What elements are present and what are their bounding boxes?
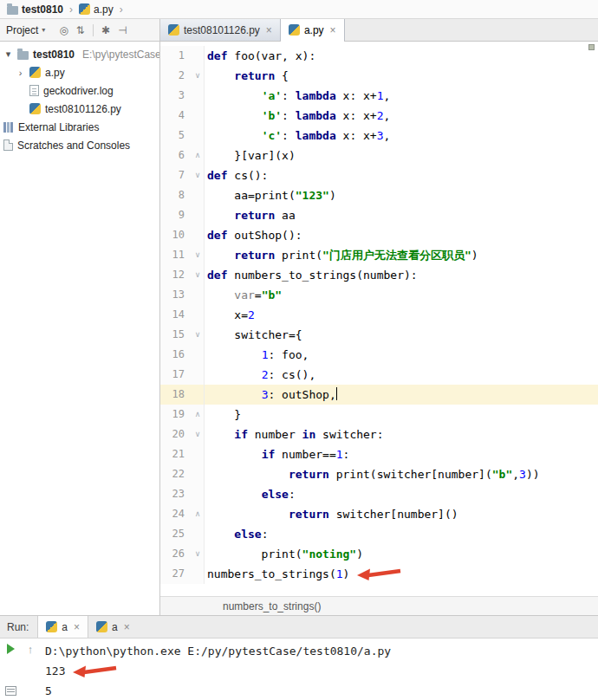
fold-marker-icon[interactable]: ∨	[192, 165, 205, 185]
line-number[interactable]: 6	[160, 146, 192, 165]
code-line: 23 else:	[160, 484, 598, 504]
line-number[interactable]: 1	[160, 46, 192, 66]
project-view-label: Project	[6, 24, 38, 36]
run-tabbar: a×a×	[37, 616, 137, 638]
line-number[interactable]: 7	[160, 165, 192, 185]
breadcrumb-item[interactable]: a.py	[77, 3, 115, 16]
line-number[interactable]: 24	[160, 504, 192, 524]
toolbar-row: Project▾ ◎⇅✱⊣ test08101126.py×a.py×	[0, 19, 598, 42]
locate-file-icon[interactable]: ◎	[59, 24, 68, 36]
tree-expanded-arrow-icon[interactable]: ▾	[3, 49, 13, 60]
line-number[interactable]: 19	[160, 405, 192, 425]
run-tool-window: Run: a×a× ↑ D:\python\python.exe E:/py/p…	[0, 615, 598, 700]
fold-marker-icon[interactable]: ∨	[192, 245, 205, 265]
tree-item-test08101126-py[interactable]: test08101126.py	[0, 100, 159, 118]
rerun-icon[interactable]	[7, 644, 15, 654]
close-tab-icon[interactable]: ×	[74, 621, 80, 633]
run-tab[interactable]: a×	[88, 616, 138, 638]
code-line: 11∨ return print("门店用户无法查看分区职员")	[160, 245, 598, 265]
settings-icon[interactable]: ✱	[101, 24, 110, 36]
code-text: switcher={	[205, 325, 598, 345]
hide-panel-icon[interactable]: ⊣	[118, 24, 127, 36]
fold-marker-icon[interactable]: ∧	[192, 504, 205, 524]
tree-collapsed-arrow-icon[interactable]: ›	[16, 68, 25, 78]
line-number[interactable]: 5	[160, 126, 192, 146]
line-number[interactable]: 27	[160, 564, 192, 584]
console-text: 5	[45, 684, 52, 697]
line-number[interactable]: 17	[160, 365, 192, 385]
code-line: 6∧ }[var](x)	[160, 146, 598, 165]
inspection-indicator	[588, 44, 595, 50]
editor-tab-label: test08101126.py	[184, 24, 260, 36]
libraries-icon	[3, 122, 6, 133]
code-text: aa=print("123")	[205, 185, 598, 205]
fold-marker-icon[interactable]: ∨	[192, 425, 205, 444]
tree-item-test0810[interactable]: ▾test0810E:\py\pytestCase	[0, 45, 159, 63]
fold-marker-icon[interactable]: ∧	[192, 405, 205, 425]
tree-item-scratches-and-consoles[interactable]: Scratches and Consoles	[0, 136, 159, 154]
line-number[interactable]: 10	[160, 225, 192, 245]
code-text: return print("门店用户无法查看分区职员")	[205, 245, 598, 265]
nav-breadcrumb-bar: test0810›a.py›	[0, 0, 598, 19]
tree-item-external-libraries[interactable]: External Libraries	[0, 118, 159, 136]
editor-breadcrumb-bar: numbers_to_strings()	[160, 596, 598, 615]
line-number[interactable]: 2	[160, 66, 192, 86]
line-number[interactable]: 13	[160, 285, 192, 305]
breadcrumb[interactable]: numbers_to_strings()	[223, 600, 321, 612]
line-number[interactable]: 21	[160, 444, 192, 464]
code-text: return switcher[number]()	[205, 504, 598, 524]
up-arrow-icon[interactable]: ↑	[28, 643, 34, 656]
fold-marker-icon[interactable]: ∨	[192, 66, 205, 86]
fold-marker-icon[interactable]: ∨	[192, 265, 205, 285]
fold-marker-icon[interactable]: ∨	[192, 544, 205, 564]
code-text: if number==1:	[205, 444, 598, 464]
fold-marker-icon[interactable]: ∨	[192, 325, 205, 345]
editor-lines[interactable]: 1def foo(var, x):2∨ return {3 'a': lambd…	[160, 42, 598, 596]
line-number[interactable]: 9	[160, 205, 192, 225]
code-text: 'a': lambda x: x+1,	[205, 86, 598, 106]
close-tab-icon[interactable]: ×	[124, 621, 130, 633]
line-number[interactable]: 11	[160, 245, 192, 265]
close-tab-icon[interactable]: ×	[330, 24, 336, 36]
code-text: def foo(var, x):	[205, 46, 598, 66]
code-line: 12∨def numbers_to_strings(number):	[160, 265, 598, 285]
line-number[interactable]: 8	[160, 185, 192, 205]
line-number[interactable]: 23	[160, 484, 192, 504]
code-text: 'b': lambda x: x+2,	[205, 106, 598, 126]
line-number[interactable]: 14	[160, 305, 192, 325]
line-number[interactable]: 26	[160, 544, 192, 564]
line-number[interactable]: 16	[160, 345, 192, 365]
close-tab-icon[interactable]: ×	[266, 24, 272, 36]
python-file-icon	[168, 24, 179, 36]
console-output[interactable]: D:\python\python.exe E:/py/pytestCase/te…	[40, 638, 598, 700]
code-line: 18 3: outShop,	[160, 385, 598, 405]
code-text: }	[205, 405, 598, 425]
line-number[interactable]: 12	[160, 265, 192, 285]
fold-marker-icon[interactable]: ∧	[192, 146, 205, 165]
editor-tab[interactable]: test08101126.py×	[160, 19, 281, 41]
folder-icon	[17, 51, 29, 60]
tree-item-label: External Libraries	[18, 121, 99, 133]
python-icon	[29, 103, 41, 114]
line-number[interactable]: 25	[160, 524, 192, 544]
line-number[interactable]: 3	[160, 86, 192, 106]
line-number[interactable]: 18	[160, 385, 192, 405]
line-number[interactable]: 15	[160, 325, 192, 345]
breadcrumb-separator-icon: ›	[69, 3, 73, 16]
line-number[interactable]: 20	[160, 425, 192, 444]
project-view-selector[interactable]: Project▾	[6, 24, 45, 36]
line-number[interactable]: 4	[160, 106, 192, 126]
code-text: var="b"	[205, 285, 598, 305]
run-tab[interactable]: a×	[37, 616, 88, 638]
editor-pane: 1def foo(var, x):2∨ return {3 'a': lambd…	[160, 42, 598, 615]
project-toolbar-icons: ◎⇅✱⊣	[59, 24, 153, 36]
line-number[interactable]: 22	[160, 464, 192, 484]
breadcrumb-item[interactable]: test0810	[5, 3, 65, 16]
project-icon	[7, 6, 18, 15]
editor-tab[interactable]: a.py×	[281, 19, 345, 41]
collapse-all-icon[interactable]: ⇅	[76, 24, 85, 36]
tree-item-a-py[interactable]: ›a.py	[0, 63, 159, 81]
console-settings-icon[interactable]	[5, 686, 16, 696]
code-text: def cs():	[205, 165, 598, 185]
tree-item-geckodriver-log[interactable]: geckodriver.log	[0, 81, 159, 100]
